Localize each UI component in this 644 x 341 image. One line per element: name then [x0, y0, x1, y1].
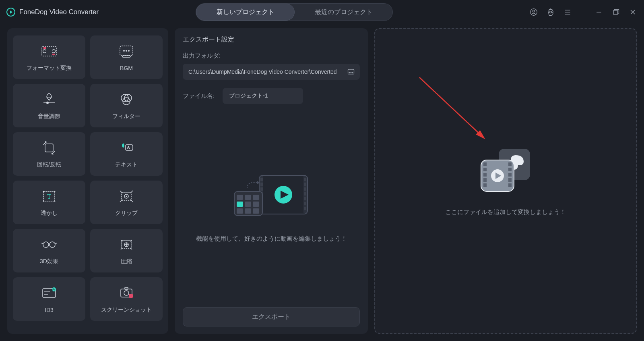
- tab-group: 新しいプロジェクト 最近のプロジェクト: [196, 3, 393, 21]
- tool-card-3d[interactable]: 3D効果: [13, 229, 85, 272]
- tool-label: フォーマット変換: [27, 64, 72, 72]
- svg-point-15: [126, 50, 127, 52]
- id3-icon: [39, 285, 59, 302]
- export-button[interactable]: エクスポート: [183, 307, 360, 326]
- output-folder-label: 出力フォルダ:: [183, 52, 360, 60]
- svg-rect-91: [508, 178, 512, 182]
- svg-rect-12: [52, 54, 55, 55]
- svg-point-28: [54, 191, 56, 192]
- svg-rect-78: [237, 202, 243, 207]
- tab-new-project[interactable]: 新しいプロジェクト: [196, 4, 295, 21]
- svg-rect-44: [125, 287, 128, 289]
- svg-point-35: [50, 242, 55, 247]
- svg-rect-87: [483, 183, 487, 187]
- svg-point-48: [349, 72, 350, 73]
- output-folder-path: C:\Users\DumpMedia\FoneDog Video Convert…: [188, 69, 346, 75]
- svg-point-14: [123, 50, 125, 52]
- svg-rect-67: [304, 207, 306, 210]
- svg-rect-66: [304, 202, 306, 205]
- tool-card-format-convert[interactable]: フォーマット変換: [13, 35, 85, 79]
- svg-rect-23: [45, 144, 53, 152]
- minimize-button[interactable]: [594, 7, 604, 17]
- tool-label: 回転/反転: [37, 161, 61, 168]
- screenshot-icon: [117, 285, 136, 301]
- tool-label: テキスト: [115, 161, 138, 168]
- svg-point-29: [43, 201, 44, 202]
- svg-rect-55: [260, 183, 263, 186]
- bgm-icon: [117, 43, 136, 60]
- tool-card-compress[interactable]: 圧縮: [90, 229, 163, 272]
- clip-icon: [117, 188, 136, 205]
- titlebar: FoneDog Video Converter 新しいプロジェクト 最近のプロジ…: [0, 0, 644, 24]
- svg-rect-64: [304, 192, 306, 195]
- menu-icon[interactable]: [563, 7, 572, 17]
- filter-icon: [117, 91, 136, 108]
- tool-label: ID3: [45, 307, 54, 313]
- tool-label: 透かし: [41, 210, 58, 217]
- svg-rect-76: [245, 208, 251, 214]
- svg-rect-77: [253, 208, 259, 214]
- app-logo-icon: [6, 8, 15, 17]
- drop-illustration-icon: [475, 146, 536, 196]
- filename-input[interactable]: [223, 88, 303, 104]
- svg-rect-84: [483, 168, 487, 171]
- tool-card-bgm[interactable]: BGM: [90, 35, 163, 79]
- tool-card-id3[interactable]: ID3: [13, 277, 85, 321]
- tool-card-text[interactable]: テキスト: [90, 132, 163, 176]
- rotate-icon: [39, 139, 59, 156]
- svg-point-34: [43, 242, 49, 247]
- svg-rect-70: [237, 195, 243, 200]
- svg-line-79: [419, 77, 484, 138]
- svg-rect-90: [508, 173, 512, 177]
- gear-icon[interactable]: [546, 7, 555, 17]
- drop-hint: ここにファイルを追加して変換しましょう！: [445, 208, 566, 216]
- svg-rect-56: [260, 187, 263, 191]
- compress-icon: [117, 236, 136, 253]
- watermark-icon: T: [39, 188, 59, 205]
- svg-rect-89: [508, 168, 512, 171]
- format-convert-icon: [39, 43, 59, 60]
- output-folder-row: C:\Users\DumpMedia\FoneDog Video Convert…: [183, 64, 360, 80]
- svg-rect-61: [304, 178, 306, 181]
- svg-point-2: [550, 11, 552, 13]
- tab-recent-projects[interactable]: 最近のプロジェクト: [295, 4, 392, 21]
- app-logo: FoneDog Video Converter: [6, 8, 196, 17]
- close-button[interactable]: [628, 7, 638, 17]
- tool-card-volume[interactable]: 音量調節: [13, 84, 85, 127]
- svg-rect-75: [237, 208, 243, 214]
- svg-rect-65: [304, 197, 306, 200]
- filename-label: ファイル名:: [183, 92, 215, 100]
- svg-rect-71: [245, 195, 251, 200]
- svg-point-30: [54, 201, 56, 202]
- user-icon[interactable]: [529, 7, 539, 17]
- svg-point-16: [128, 50, 130, 52]
- tool-card-watermark[interactable]: T透かし: [13, 181, 85, 224]
- svg-rect-92: [508, 183, 512, 187]
- svg-rect-72: [253, 195, 259, 200]
- svg-point-50: [352, 72, 353, 73]
- tools-sidebar: フォーマット変換BGM音量調節フィルター回転/反転テキストT透かしクリップ3D効…: [7, 28, 168, 334]
- svg-rect-17: [122, 56, 130, 57]
- svg-point-33: [126, 196, 127, 197]
- tool-label: BGM: [120, 65, 133, 71]
- svg-point-27: [43, 191, 44, 192]
- text-icon: [117, 139, 136, 156]
- tool-card-screenshot[interactable]: スクリーンショット: [90, 277, 163, 321]
- svg-rect-11: [43, 47, 46, 49]
- svg-point-1: [533, 10, 535, 12]
- export-title: エクスポート設定: [183, 35, 360, 44]
- tool-card-filter[interactable]: フィルター: [90, 84, 163, 127]
- tool-card-rotate[interactable]: 回転/反転: [13, 132, 85, 176]
- svg-rect-86: [483, 178, 487, 182]
- maximize-button[interactable]: [611, 7, 621, 17]
- svg-rect-46: [129, 294, 133, 298]
- browse-folder-button[interactable]: [346, 67, 356, 77]
- drop-zone[interactable]: ここにファイルを追加して変換しましょう！: [374, 28, 637, 334]
- svg-rect-62: [304, 183, 306, 186]
- tool-card-clip[interactable]: クリップ: [90, 181, 163, 224]
- svg-rect-85: [483, 173, 487, 177]
- tool-label: スクリーンショット: [101, 306, 152, 314]
- tool-label: フィルター: [112, 113, 140, 120]
- volume-icon: [39, 91, 59, 108]
- svg-rect-74: [253, 202, 259, 207]
